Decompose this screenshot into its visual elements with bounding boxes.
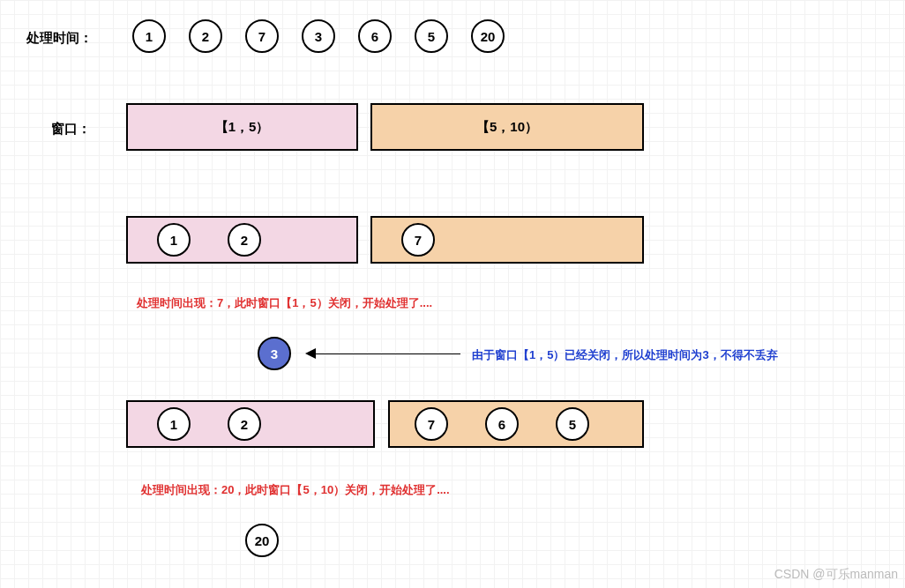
- row3-left-circle-1: 2: [228, 407, 261, 441]
- circle-top-4: 6: [358, 19, 392, 53]
- circle-top-6: 20: [471, 19, 505, 53]
- arrow-line: [316, 354, 460, 354]
- window-1-5: 【1，5）: [126, 103, 358, 151]
- circle-top-3: 3: [302, 19, 335, 53]
- note-window-5-10-closed: 处理时间出现：20，此时窗口【5，10）关闭，开始处理了....: [141, 482, 450, 498]
- circle-top-5: 5: [415, 19, 448, 53]
- row2-left-circle-1: 2: [228, 223, 261, 257]
- circle-top-0: 1: [132, 19, 166, 53]
- arrow-head-icon: [305, 348, 316, 359]
- row2-left-circle-0: 1: [157, 223, 191, 257]
- window-5-10: 【5，10）: [370, 103, 644, 151]
- row3-right-circle-2: 5: [556, 407, 589, 441]
- note-discard: 由于窗口【1，5）已经关闭，所以处理时间为3，不得不丢弃: [472, 347, 778, 363]
- row3-right-circle-1: 6: [485, 407, 519, 441]
- row3-right-circle-0: 7: [415, 407, 448, 441]
- circle-top-2: 7: [245, 19, 279, 53]
- discarded-circle: 3: [258, 337, 291, 370]
- processing-time-label: 处理时间：: [26, 30, 93, 47]
- window-label: 窗口：: [51, 121, 91, 138]
- row2-right-circle-0: 7: [401, 223, 435, 257]
- note-window-1-5-closed: 处理时间出现：7，此时窗口【1，5）关闭，开始处理了....: [137, 295, 432, 311]
- watermark: CSDN @可乐manman: [774, 567, 898, 583]
- circle-top-1: 2: [189, 19, 222, 53]
- row3-left-circle-0: 1: [157, 407, 191, 441]
- bottom-circle: 20: [245, 524, 279, 557]
